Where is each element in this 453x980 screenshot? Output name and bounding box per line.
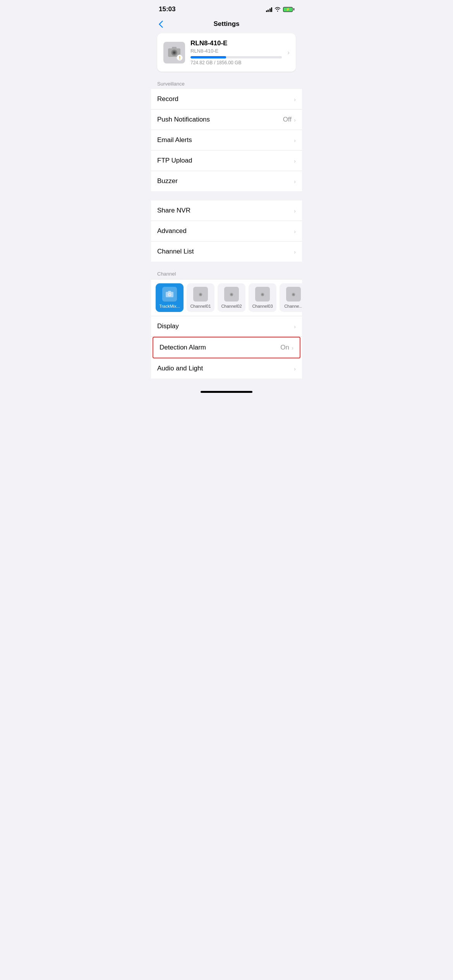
device-name: RLN8-410-E [190, 39, 282, 47]
svg-point-3 [173, 51, 175, 53]
storage-bar [190, 56, 282, 58]
page-title: Settings [213, 20, 239, 28]
detection-alarm-value: On [280, 344, 289, 351]
share-nvr-right: › [293, 207, 296, 214]
home-indicator-bar [201, 391, 252, 393]
svg-point-23 [293, 294, 295, 296]
device-card[interactable]: ! RLN8-410-E RLN8-410-E 724.82 GB / 1856… [157, 33, 296, 72]
channel-04-label: Channe... [284, 304, 302, 308]
svg-rect-8 [168, 291, 171, 293]
device-info: RLN8-410-E RLN8-410-E 724.82 GB / 1856.0… [190, 39, 282, 65]
home-indicator [151, 388, 302, 395]
buzzer-right: › [293, 178, 296, 185]
channel-02[interactable]: Channel02 [218, 283, 245, 312]
display-row[interactable]: Display › [151, 316, 302, 337]
record-chevron-icon: › [294, 96, 296, 103]
audio-light-label: Audio and Light [157, 365, 203, 372]
channel-settings-group: Display › Detection Alarm On › Audio and… [151, 316, 302, 379]
management-group: Share NVR › Advanced › Channel List › [151, 200, 302, 262]
share-nvr-chevron-icon: › [294, 207, 296, 214]
record-right: › [293, 96, 296, 103]
push-notifications-value: Off [283, 116, 292, 123]
push-notifications-row[interactable]: Push Notifications Off › [151, 110, 302, 130]
audio-light-chevron-icon: › [294, 365, 296, 372]
email-alerts-chevron-icon: › [294, 137, 296, 144]
status-time: 15:03 [159, 5, 175, 13]
svg-rect-16 [230, 291, 233, 293]
ftp-upload-chevron-icon: › [294, 158, 296, 164]
svg-rect-4 [172, 47, 177, 49]
push-notifications-label: Push Notifications [157, 116, 210, 123]
email-alerts-right: › [293, 137, 296, 144]
channel-02-label: Channel02 [221, 304, 242, 308]
channel-01[interactable]: Channel01 [187, 283, 214, 312]
svg-point-15 [231, 294, 233, 296]
display-right: › [293, 323, 296, 330]
svg-rect-20 [261, 291, 264, 293]
ftp-upload-right: › [293, 158, 296, 164]
channel-03[interactable]: Channel03 [249, 283, 276, 312]
channel-04-icon [286, 287, 301, 302]
channel-list-row[interactable]: Channel List › [151, 242, 302, 262]
status-bar: 15:03 ⚡ [151, 0, 302, 16]
status-icons: ⚡ [266, 7, 295, 12]
channel-trackmix-icon [162, 287, 177, 302]
channel-list: TrackMix... Channel01 [151, 279, 302, 316]
channel-section-label: Channel [151, 271, 302, 279]
display-chevron-icon: › [294, 323, 296, 330]
svg-rect-24 [292, 291, 295, 293]
advanced-label: Advanced [157, 227, 187, 235]
push-notifications-chevron-icon: › [294, 117, 296, 123]
audio-light-row[interactable]: Audio and Light › [151, 358, 302, 379]
record-row[interactable]: Record › [151, 89, 302, 110]
storage-text: 724.82 GB / 1856.00 GB [190, 60, 282, 65]
channel-trackmix-label: TrackMix... [159, 304, 180, 308]
svg-point-19 [262, 294, 264, 296]
storage-bar-fill [190, 56, 226, 58]
buzzer-row[interactable]: Buzzer › [151, 171, 302, 191]
buzzer-chevron-icon: › [294, 178, 296, 185]
svg-rect-12 [199, 291, 202, 293]
channel-02-icon [224, 287, 239, 302]
channel-list-right: › [293, 248, 296, 255]
ftp-upload-label: FTP Upload [157, 157, 192, 164]
surveillance-group: Record › Push Notifications Off › Email … [151, 89, 302, 191]
push-notifications-right: Off › [283, 116, 296, 123]
advanced-row[interactable]: Advanced › [151, 221, 302, 242]
display-label: Display [157, 322, 179, 330]
svg-point-7 [169, 294, 171, 296]
nav-header: Settings [151, 16, 302, 33]
svg-point-11 [200, 294, 202, 296]
audio-light-right: › [293, 365, 296, 372]
device-chevron-icon: › [287, 49, 290, 57]
battery-icon: ⚡ [283, 7, 294, 12]
channel-trackmix[interactable]: TrackMix... [156, 283, 184, 312]
advanced-chevron-icon: › [294, 228, 296, 235]
device-model: RLN8-410-E [190, 48, 282, 54]
wifi-icon [275, 7, 281, 12]
channel-01-label: Channel01 [190, 304, 211, 308]
surveillance-section-label: Surveillance [151, 81, 302, 89]
back-button[interactable] [159, 21, 163, 28]
channel-03-label: Channel03 [252, 304, 273, 308]
record-label: Record [157, 95, 178, 103]
email-alerts-label: Email Alerts [157, 136, 192, 144]
share-nvr-row[interactable]: Share NVR › [151, 200, 302, 221]
share-nvr-label: Share NVR [157, 207, 190, 214]
channel-01-icon [193, 287, 208, 302]
detection-alarm-right: On › [280, 344, 293, 351]
channel-list-label: Channel List [157, 248, 194, 255]
signal-icon [266, 7, 273, 12]
channel-scroll-container: TrackMix... Channel01 [151, 279, 302, 316]
ftp-upload-row[interactable]: FTP Upload › [151, 151, 302, 171]
channel-04[interactable]: Channe... [280, 283, 302, 312]
detection-alarm-chevron-icon: › [292, 344, 293, 351]
advanced-right: › [293, 228, 296, 235]
channel-list-chevron-icon: › [294, 248, 296, 255]
detection-alarm-label: Detection Alarm [160, 344, 206, 351]
detection-alarm-row[interactable]: Detection Alarm On › [153, 337, 300, 358]
email-alerts-row[interactable]: Email Alerts › [151, 130, 302, 151]
device-thumbnail: ! [163, 42, 185, 63]
buzzer-label: Buzzer [157, 177, 178, 185]
channel-03-icon [255, 287, 270, 302]
